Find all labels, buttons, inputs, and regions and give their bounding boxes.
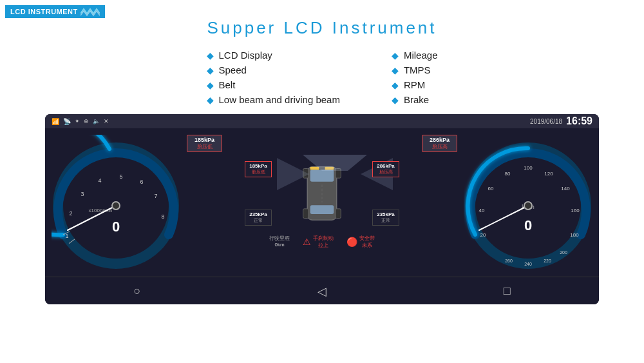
bt2-icon: ⊕ [84,118,89,124]
navigation-bar: ○ ◁ □ [45,277,599,304]
svg-text:160: 160 [571,208,580,213]
brand-badge: LCD INSTRUMENT [5,5,105,18]
dashboard-display: 📶 📡 ✦ ⊕ 🔈 ✕ 2019/06/18 16:59 [45,114,599,304]
diamond-icon: ◆ [207,95,214,105]
status-icons: 📶 📡 ✦ ⊕ 🔈 ✕ [52,118,109,125]
feature-label: LCD Display [219,50,272,61]
rpm-gauge-svg: 1 2 3 4 5 6 7 8 x1000/min 0 [52,135,180,270]
tpms-fl: 185kPa 胎压低 [187,135,222,152]
list-item: ◆ Belt [207,79,340,90]
recents-button[interactable]: □ [504,284,511,298]
svg-point-13 [112,202,120,210]
features-col-1: ◆ LCD Display ◆ Speed ◆ Belt ◆ Low beam … [207,50,340,105]
features-section: ◆ LCD Display ◆ Speed ◆ Belt ◆ Low beam … [0,44,644,114]
dashboard-main: 1 2 3 4 5 6 7 8 x1000/min 0 [45,128,599,277]
tpms-fr-value: 286kPa [426,137,453,143]
diamond-icon: ◆ [207,50,214,61]
svg-text:5: 5 [119,173,122,180]
feature-label: Speed [219,64,247,75]
bluetooth-icon: ✦ [75,118,80,124]
svg-text:80: 80 [505,171,511,177]
svg-text:0: 0 [524,217,532,233]
wifi-icon: 📡 [63,118,71,125]
tpms-display: 185kPa 胎压低 286kPa 胎压高 [180,135,464,152]
svg-text:240: 240 [524,262,532,266]
feature-label: RPM [404,79,425,90]
feature-label: TMPS [404,64,431,75]
dashboard-center: 185kPa 胎压低 286kPa 胎压高 [180,128,464,277]
handbrake-sub: 拉上 [313,242,334,249]
tpms-fr: 286kPa 胎压高 [422,135,457,152]
close-icon[interactable]: ✕ [104,118,109,124]
feature-label: Mileage [404,50,438,61]
wheel-rr: 235kPa 正常 [372,210,399,226]
svg-text:3: 3 [80,191,84,197]
seatbelt-sub: 未系 [359,242,375,249]
feature-label: Belt [219,79,236,90]
car-display: 185kPa 胎压低 286kPa 胎压高 235kPa 正常 235kPa 正… [270,155,374,232]
svg-text:4: 4 [98,177,101,184]
speaker-icon: 🔈 [93,118,100,124]
tpms-fl-label: 胎压低 [191,143,218,150]
tpms-fr-label: 胎压高 [426,143,453,150]
signal-icon: 📶 [52,118,59,125]
list-item: ◆ LCD Display [207,50,340,61]
date-display: 2019/06/18 [530,118,562,125]
svg-text:8: 8 [161,213,164,220]
svg-text:100: 100 [524,165,533,171]
svg-text:200: 200 [560,250,567,255]
diamond-icon: ◆ [207,65,214,75]
wheel-rl: 235kPa 正常 [245,210,272,226]
svg-text:1: 1 [65,233,68,239]
svg-text:0: 0 [112,219,120,235]
wheel-fl: 185kPa 胎压低 [245,161,272,177]
diamond-icon: ◆ [207,80,214,90]
time-display: 16:59 [566,115,592,127]
svg-text:60: 60 [488,186,494,191]
list-item: ◆ TMPS [392,64,438,75]
svg-text:120: 120 [544,171,553,177]
diamond-icon: ◆ [392,50,399,61]
diamond-icon: ◆ [392,80,399,90]
svg-text:40: 40 [479,208,485,213]
feature-label: Brake [404,94,429,105]
svg-point-41 [524,202,532,210]
svg-text:220: 220 [544,259,551,263]
svg-text:x1000/min: x1000/min [89,208,113,213]
mileage-value: 0km [269,242,290,248]
features-col-2: ◆ Mileage ◆ TMPS ◆ RPM ◆ Brake [392,50,438,105]
rpm-gauge: 1 2 3 4 5 6 7 8 x1000/min 0 [52,135,180,270]
back-button[interactable]: ◁ [317,284,327,299]
svg-line-40 [479,206,528,230]
speed-gauge-svg: 20 40 60 80 100 120 140 160 180 200 220 … [464,135,592,270]
dashboard-topbar: 📶 📡 ✦ ⊕ 🔈 ✕ 2019/06/18 16:59 [45,114,599,128]
list-item: ◆ Brake [392,94,438,105]
wheel-fr: 286kPa 胎压高 [372,161,399,177]
diamond-icon: ◆ [392,65,399,75]
speed-gauge: 20 40 60 80 100 120 140 160 180 200 220 … [464,135,592,270]
badge-decoration [80,7,100,16]
svg-text:6: 6 [140,179,143,185]
list-item: ◆ Low beam and driving beam [207,94,340,105]
home-button[interactable]: ○ [133,284,140,298]
svg-text:20: 20 [480,232,486,238]
badge-text: LCD INSTRUMENT [10,8,78,15]
tpms-fl-value: 185kPa [191,137,218,143]
svg-text:2: 2 [69,210,72,217]
svg-text:180: 180 [570,232,579,238]
datetime-display: 2019/06/18 16:59 [530,115,592,127]
diamond-icon: ◆ [392,95,399,105]
list-item: ◆ Speed [207,64,340,75]
list-item: ◆ RPM [392,79,438,90]
feature-label: Low beam and driving beam [219,94,340,105]
svg-text:140: 140 [561,186,570,191]
svg-text:7: 7 [154,193,157,199]
list-item: ◆ Mileage [392,50,438,61]
svg-text:260: 260 [505,259,513,263]
